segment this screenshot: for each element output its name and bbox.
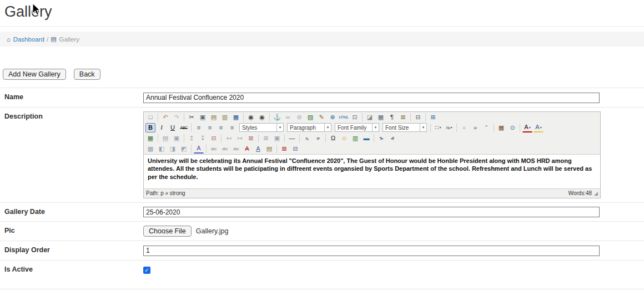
- name-input[interactable]: [143, 93, 600, 103]
- toolbar-separator: [430, 124, 431, 132]
- table-cell-properties-icon[interactable]: ▣: [172, 134, 182, 143]
- anchor-icon[interactable]: ⚓: [272, 113, 282, 122]
- italic-button[interactable]: I: [157, 123, 167, 132]
- bullet-list-icon[interactable]: ∷▾: [433, 123, 443, 132]
- emoticons-icon[interactable]: ☺: [339, 134, 349, 143]
- breadcrumb-dashboard-link[interactable]: Dashboard: [13, 36, 44, 43]
- paste-icon[interactable]: ▤: [209, 113, 219, 122]
- cut-icon[interactable]: ✂: [187, 113, 197, 122]
- header-divider: [0, 26, 644, 27]
- is-active-checkbox[interactable]: ✓: [143, 267, 150, 274]
- help-icon[interactable]: ⊕: [328, 113, 338, 122]
- insert-link-icon[interactable]: ∞: [283, 113, 293, 122]
- editor-toolbars: □↶↷✂▣▤▥▦◉◉⚓∞⊘▨✎⊕HTML⊡◪▦¶⊠⊟⊞BIUABC≡≡≡≡Sty…: [144, 112, 600, 154]
- ltr-icon[interactable]: ¶▸: [376, 134, 386, 143]
- cite-icon[interactable]: abc: [209, 144, 219, 154]
- copy-icon[interactable]: ▣: [198, 113, 208, 122]
- find-icon[interactable]: ◉: [246, 113, 256, 122]
- print-icon[interactable]: ⊟: [413, 113, 423, 122]
- bold-button[interactable]: B: [145, 123, 155, 132]
- is-active-label: Is Active: [0, 263, 143, 275]
- superscript-icon[interactable]: x²: [313, 134, 323, 143]
- insert-layer-icon[interactable]: ◧: [157, 144, 167, 154]
- insert-row-after-icon[interactable]: ↧: [198, 134, 208, 143]
- unlink-icon[interactable]: ⊘: [294, 113, 304, 122]
- toolbar-separator: [325, 134, 326, 142]
- ins-icon[interactable]: A: [253, 144, 263, 154]
- style-properties-icon[interactable]: A: [194, 144, 204, 154]
- choose-file-button[interactable]: Choose File: [143, 226, 192, 237]
- chevron-down-icon: ▾: [324, 124, 331, 131]
- remove-format-icon[interactable]: ◪: [365, 113, 375, 122]
- add-new-gallery-button[interactable]: Add New Gallery: [3, 69, 66, 80]
- insert-column-after-icon[interactable]: ↦: [235, 134, 245, 143]
- rtl-icon[interactable]: ◂¶: [388, 134, 398, 143]
- redo-icon[interactable]: ↷: [172, 113, 182, 122]
- edit-table-icon[interactable]: ▦: [145, 134, 155, 143]
- back-button-top[interactable]: Back: [74, 69, 100, 80]
- insert-time-icon[interactable]: ⊙: [507, 123, 517, 132]
- font-size-select[interactable]: Font Size▾: [383, 123, 427, 132]
- display-order-input[interactable]: [143, 246, 600, 256]
- align-justify-icon[interactable]: ≡: [227, 123, 237, 132]
- underline-button[interactable]: U: [168, 123, 178, 132]
- insert-image-icon[interactable]: ▨: [305, 113, 315, 122]
- breadcrumb: ⌂ Dashboard / ▤ Gallery: [0, 32, 644, 47]
- blockquote-icon[interactable]: “: [481, 123, 491, 132]
- chevron-down-icon: ▾: [372, 124, 379, 131]
- find-replace-icon[interactable]: ◉: [257, 113, 267, 122]
- subscript-icon[interactable]: x₂: [302, 134, 312, 143]
- align-left-icon[interactable]: ≡: [194, 123, 204, 132]
- del-icon[interactable]: A: [242, 144, 252, 154]
- editor-toolbar-row: ▩◧◨◩AabcabcabcAA▤⊠⊟: [144, 144, 600, 154]
- insert-row-before-icon[interactable]: ↥: [187, 134, 197, 143]
- strikethrough-button[interactable]: ABC: [179, 123, 189, 132]
- split-cells-icon[interactable]: ⊞: [261, 134, 271, 143]
- gallery-date-input[interactable]: [143, 207, 600, 217]
- page-break-icon[interactable]: ⊟: [290, 144, 300, 154]
- numbered-list-icon[interactable]: №▾: [444, 123, 454, 132]
- move-forward-icon[interactable]: ◨: [168, 144, 178, 154]
- toggle-guidelines-icon[interactable]: ▩: [145, 144, 155, 154]
- abbreviation-icon[interactable]: abc: [220, 144, 230, 154]
- fullscreen-icon[interactable]: ⊞: [428, 113, 438, 122]
- delete-row-icon[interactable]: ⊟: [209, 134, 219, 143]
- new-document-icon[interactable]: □: [145, 113, 155, 122]
- horizontal-rule-icon[interactable]: —: [287, 134, 297, 143]
- move-backward-icon[interactable]: ◩: [179, 144, 189, 154]
- preview-icon[interactable]: ⊠: [398, 113, 408, 122]
- editor-content-area[interactable]: University will be celebrating its Annua…: [144, 154, 600, 188]
- breadcrumb-separator: /: [47, 36, 48, 43]
- cleanup-icon[interactable]: ✎: [316, 113, 326, 122]
- align-center-icon[interactable]: ≡: [205, 123, 215, 132]
- indent-icon[interactable]: »: [470, 123, 480, 132]
- highlight-color-icon[interactable]: A▾: [534, 123, 544, 132]
- styles-select[interactable]: Styles▾: [239, 123, 284, 132]
- outdent-icon[interactable]: «: [459, 123, 469, 132]
- embed-icon[interactable]: ▬: [361, 134, 371, 143]
- insert-date-icon[interactable]: ▦: [496, 123, 506, 132]
- paste-as-text-icon[interactable]: ▥: [220, 113, 230, 122]
- text-color-icon[interactable]: A▾: [522, 123, 532, 132]
- insert-template-icon[interactable]: ⊡: [350, 113, 360, 122]
- attributes-icon[interactable]: ▤: [264, 144, 274, 154]
- align-right-icon[interactable]: ≡: [216, 123, 226, 132]
- font-family-select[interactable]: Font Family▾: [335, 123, 379, 132]
- undo-icon[interactable]: ↶: [160, 113, 170, 122]
- merge-cells-icon[interactable]: ▣: [272, 134, 282, 143]
- insert-media-icon[interactable]: ▥: [350, 134, 360, 143]
- show-blocks-icon[interactable]: ¶: [387, 113, 397, 122]
- toolbar-separator: [284, 134, 285, 142]
- paragraph-select[interactable]: Paragraph▾: [287, 123, 331, 132]
- delete-column-icon[interactable]: ⊠: [246, 134, 256, 143]
- paste-from-word-icon[interactable]: ▦: [231, 113, 241, 122]
- insert-column-before-icon[interactable]: ↤: [224, 134, 234, 143]
- html-source-icon[interactable]: HTML: [339, 113, 349, 122]
- resize-grip-icon[interactable]: ◢: [594, 191, 598, 196]
- toolbar-separator: [243, 113, 244, 121]
- acronym-icon[interactable]: abc: [231, 144, 241, 154]
- insert-table-icon[interactable]: ▦: [376, 113, 386, 122]
- table-row-properties-icon[interactable]: ▤: [160, 134, 170, 143]
- special-character-icon[interactable]: Ω: [328, 134, 338, 143]
- nonbreaking-icon[interactable]: ⊠: [279, 144, 289, 154]
